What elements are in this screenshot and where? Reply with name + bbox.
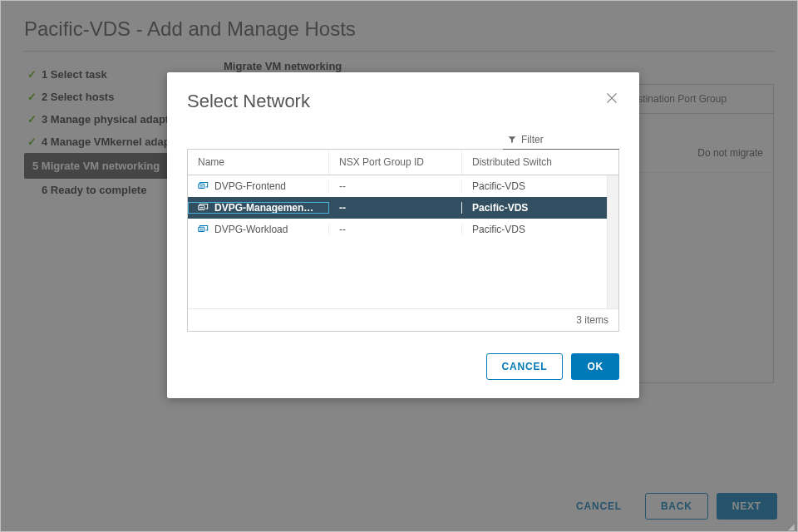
network-grid: Name NSX Port Group ID Distributed Switc… xyxy=(187,150,619,332)
filter-icon xyxy=(508,135,516,144)
modal-ok-button[interactable]: OK xyxy=(571,353,619,380)
grid-items-count: 3 items xyxy=(576,314,608,326)
grid-scrollbar[interactable] xyxy=(607,175,618,308)
cell-ds: Pacific-VDS xyxy=(462,224,607,235)
port-group-icon xyxy=(198,224,209,234)
col-name[interactable]: Name xyxy=(188,150,329,175)
filter-label: Filter xyxy=(521,134,544,145)
modal-cancel-button[interactable]: CANCEL xyxy=(486,353,564,380)
grid-row[interactable]: DVPG-Managemen…--Pacific-VDS xyxy=(188,197,607,219)
filter-input[interactable]: Filter xyxy=(503,131,619,150)
close-button[interactable] xyxy=(604,91,619,106)
cell-ds: Pacific-VDS xyxy=(462,202,607,214)
cell-nsx: -- xyxy=(329,202,462,214)
modal-title: Select Network xyxy=(187,91,310,112)
col-ds[interactable]: Distributed Switch xyxy=(462,150,618,175)
col-nsx[interactable]: NSX Port Group ID xyxy=(329,150,462,175)
cell-nsx: -- xyxy=(329,224,462,235)
port-group-icon xyxy=(198,181,209,190)
cell-name: DVPG-Managemen… xyxy=(188,202,329,214)
grid-row[interactable]: DVPG-Frontend--Pacific-VDS xyxy=(188,175,607,197)
port-group-icon xyxy=(198,203,209,212)
close-icon xyxy=(604,91,619,106)
cell-name: DVPG-Frontend xyxy=(188,180,329,192)
cell-name: DVPG-Workload xyxy=(188,224,329,235)
cell-nsx: -- xyxy=(329,180,462,192)
select-network-modal: Select Network Filter Name NSX Port Grou… xyxy=(167,72,639,398)
cell-ds: Pacific-VDS xyxy=(462,180,607,192)
grid-row[interactable]: DVPG-Workload--Pacific-VDS xyxy=(188,219,607,240)
